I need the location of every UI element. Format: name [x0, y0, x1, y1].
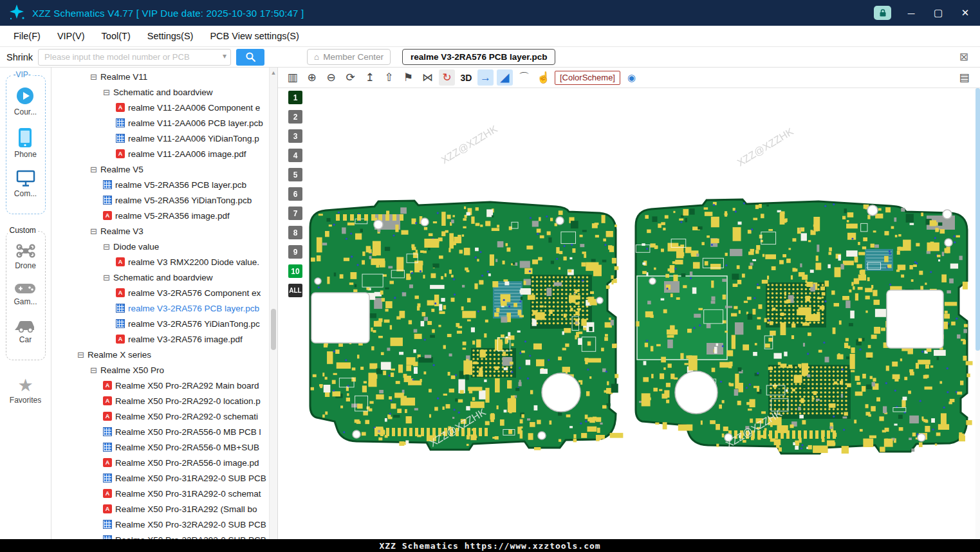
layer-button-3[interactable]: 3 — [288, 129, 302, 143]
collapse-icon[interactable]: ⊟ — [90, 226, 97, 236]
pin-icon[interactable]: ⚑ — [400, 69, 416, 86]
tree-file[interactable]: realme V11-2AA006 PCB layer.pcb — [51, 115, 269, 131]
tree-file[interactable]: Realme X50 Pro-32RA292-0 SUB PCB — [51, 517, 269, 532]
tree-file[interactable]: ARealme X50 Pro-31RA292-0 schemat — [51, 486, 269, 501]
tree-file[interactable]: Arealme V3-2RA576 image.pdf — [51, 331, 269, 347]
pcb-viewport[interactable]: 12345678910ALL — [278, 88, 980, 539]
sidebar-item-favorites[interactable]: ★ Favorites — [10, 377, 41, 405]
license-lock-icon[interactable] — [874, 6, 891, 20]
dual-view-icon[interactable]: ▥ — [284, 69, 300, 86]
sidebar-item-phone[interactable]: Phone — [14, 127, 37, 159]
minimize-button[interactable]: ─ — [904, 8, 918, 19]
arc-measure-icon[interactable]: ⌒ — [516, 69, 532, 86]
diagonal-select-icon[interactable]: ◢ — [497, 69, 513, 86]
layer-button-7[interactable]: 7 — [288, 207, 302, 220]
tree-folder[interactable]: ⊟Diode value — [51, 239, 269, 254]
tree-file[interactable]: ARealme X50 Pro-2RA292 Main board — [51, 378, 269, 393]
menu-item[interactable]: VIP(V) — [49, 31, 93, 41]
tree-file[interactable]: realme V11-2AA006 YiDianTong.p — [51, 131, 269, 146]
tree-scrollbar[interactable]: ▲ — [269, 68, 277, 539]
refresh-view-icon[interactable]: ⟳ — [342, 69, 358, 86]
status-bar: XZZ Schematics https://www.xzztools.com — [0, 539, 980, 552]
tree-folder[interactable]: ⊟Schematic and boardview — [51, 270, 269, 285]
tree-file[interactable]: Arealme V3 RMX2200 Diode value. — [51, 254, 269, 270]
layer-button-5[interactable]: 5 — [288, 168, 302, 181]
zoom-out-icon[interactable]: ⊖ — [323, 69, 339, 86]
tree-file[interactable]: realme V3-2RA576 PCB layer.pcb — [51, 300, 269, 316]
menu-item[interactable]: Settings(S) — [139, 31, 202, 41]
bottom-layer-icon[interactable]: ⇧ — [381, 69, 397, 86]
select-arrow-icon[interactable]: → — [477, 69, 494, 86]
collapse-icon[interactable]: ⊟ — [90, 365, 97, 375]
search-input[interactable] — [38, 49, 231, 66]
menu-item[interactable]: File(F) — [5, 31, 49, 41]
viewer-scrollbar[interactable] — [975, 88, 980, 539]
open-document-tab[interactable]: realme V3-2RA576 PCB layer.pcb — [402, 49, 555, 65]
sidebar-item-course[interactable]: Cour... — [14, 86, 37, 116]
layer-button-all[interactable]: ALL — [288, 284, 302, 297]
tree-file[interactable]: realme V5-2RA356 PCB layer.pcb — [51, 177, 269, 192]
sidebar-item-drone[interactable]: Drone — [15, 242, 37, 270]
tree-folder[interactable]: ⊟Realme V5 — [51, 161, 269, 177]
tree-file[interactable]: realme V3-2RA576 YiDianTong.pc — [51, 316, 269, 331]
close-button[interactable]: ✕ — [958, 7, 972, 19]
maximize-button[interactable]: ▢ — [931, 7, 945, 19]
collapse-icon[interactable]: ⊟ — [90, 165, 97, 174]
sidebar-item-computer[interactable]: Com... — [14, 170, 37, 198]
dropdown-caret-icon[interactable]: ▾ — [223, 51, 227, 60]
visibility-icon[interactable]: ◉ — [624, 69, 640, 86]
layer-button-9[interactable]: 9 — [288, 245, 302, 259]
top-layer-icon[interactable]: ↥ — [362, 69, 378, 86]
menu-item[interactable]: Tool(T) — [93, 31, 139, 41]
app-logo-icon — [8, 4, 26, 22]
tree-file[interactable]: ARealme X50 Pro-2RA292-0 schemati — [51, 409, 269, 424]
tree-folder[interactable]: ⊟Realme V11 — [51, 69, 269, 84]
tree-file[interactable]: ARealme X50 Pro-31RA292 (Small bo — [51, 501, 269, 517]
tree-file[interactable]: Arealme V11-2AA006 Component e — [51, 100, 269, 115]
collapse-icon[interactable]: ⊟ — [90, 72, 97, 82]
pan-hand-icon[interactable]: ☝ — [535, 69, 551, 86]
sidebar-item-game[interactable]: Gam... — [14, 281, 37, 306]
pdf-file-icon: A — [103, 489, 112, 498]
flip-horizontal-icon[interactable]: ⋈ — [420, 69, 436, 86]
3d-view-button[interactable]: 3D — [458, 69, 474, 86]
layer-button-4[interactable]: 4 — [288, 149, 302, 162]
tree-file[interactable]: Arealme V5-2RA356 image.pdf — [51, 208, 269, 223]
tree-file[interactable]: Arealme V3-2RA576 Component ex — [51, 285, 269, 300]
tree-file[interactable]: realme V5-2RA356 YiDianTong.pcb — [51, 192, 269, 208]
tree-file[interactable]: ARealme X50 Pro-2RA292-0 location.p — [51, 393, 269, 409]
tree-file[interactable]: Realme X50 Pro-31RA292-0 SUB PCB — [51, 470, 269, 486]
menu-item[interactable]: PCB View settings(S) — [201, 31, 307, 41]
search-button[interactable] — [236, 49, 264, 66]
collapse-icon[interactable]: ⊟ — [103, 87, 110, 97]
shrink-button[interactable]: Shrink — [6, 52, 33, 62]
scroll-up-icon[interactable]: ▲ — [270, 68, 277, 76]
scrollbar-thumb[interactable] — [271, 309, 276, 350]
tree-folder[interactable]: ⊟Schematic and boardview — [51, 84, 269, 100]
member-center-button[interactable]: ⌂ Member Center — [307, 49, 391, 65]
viewer-scrollbar-thumb[interactable] — [975, 88, 980, 351]
collapse-icon[interactable]: ⊟ — [77, 350, 84, 360]
layer-button-10[interactable]: 10 — [288, 264, 302, 278]
layer-button-1[interactable]: 1 — [288, 91, 302, 104]
collapse-icon[interactable]: ⊟ — [103, 242, 110, 252]
tree-file[interactable]: Realme X50 Pro-2RA556-0 MB PCB l — [51, 424, 269, 439]
layer-button-6[interactable]: 6 — [288, 187, 302, 201]
tree-file[interactable]: Realme X50 Pro-2RA556-0 MB+SUB — [51, 439, 269, 455]
pcb-canvas[interactable] — [278, 88, 980, 539]
board-flip-icon[interactable]: ↻ — [439, 69, 455, 86]
tree-folder[interactable]: ⊟Realme X series — [51, 347, 269, 362]
tree-folder[interactable]: ⊟Realme V3 — [51, 223, 269, 239]
zoom-in-icon[interactable]: ⊕ — [304, 69, 320, 86]
layer-button-2[interactable]: 2 — [288, 110, 302, 124]
tree-file[interactable]: Arealme V11-2AA006 image.pdf — [51, 146, 269, 161]
tree-file[interactable]: Realme X50 Pro-32RA292-0 SUB PCB — [51, 532, 269, 539]
tree-folder[interactable]: ⊟Realme X50 Pro — [51, 362, 269, 378]
close-panel-icon[interactable]: ⊠ — [959, 50, 968, 64]
panel-list-icon[interactable]: ▤ — [956, 69, 972, 86]
collapse-icon[interactable]: ⊟ — [103, 273, 110, 282]
layer-button-8[interactable]: 8 — [288, 226, 302, 239]
tree-file[interactable]: ARealme X50 Pro-2RA556-0 image.pd — [51, 455, 269, 470]
colorscheme-button[interactable]: [ColorScheme] — [555, 71, 620, 85]
sidebar-item-car[interactable]: Car — [15, 317, 37, 344]
